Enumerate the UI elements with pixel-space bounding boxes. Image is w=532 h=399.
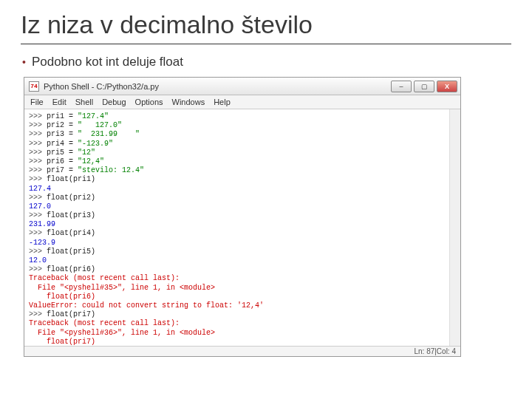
shell-line: >>> pri7 = "stevilo: 12.4" xyxy=(29,166,456,175)
menu-debug[interactable]: Debug xyxy=(102,98,126,106)
scrollbar[interactable] xyxy=(449,109,460,346)
shell-line: File "<pyshell#36>", line 1, in <module> xyxy=(29,329,456,338)
slide: Iz niza v decimalno število •Podobno kot… xyxy=(0,0,532,357)
shell-line: >>> float(pri6) xyxy=(29,265,456,274)
slide-title: Iz niza v decimalno število xyxy=(21,10,511,44)
minimize-button[interactable]: – xyxy=(391,81,412,92)
shell-line: 127.4 xyxy=(29,185,456,194)
shell-line: >>> float(pri4) xyxy=(29,229,456,238)
menu-edit[interactable]: Edit xyxy=(52,98,66,106)
shell-output[interactable]: >>> pri1 = "127.4">>> pri2 = " 127.0">>>… xyxy=(24,109,460,346)
shell-line: >>> pri1 = "127.4" xyxy=(29,112,456,121)
shell-line: >>> pri4 = "-123.9" xyxy=(29,140,456,149)
shell-line: >>> pri2 = " 127.0" xyxy=(29,121,456,130)
menubar: File Edit Shell Debug Options Windows He… xyxy=(24,95,460,109)
bullet-text: Podobno kot int deluje float xyxy=(32,55,183,69)
menu-help[interactable]: Help xyxy=(214,98,231,106)
shell-line: -123.9 xyxy=(29,239,456,248)
shell-line: File "<pyshell#35>", line 1, in <module> xyxy=(29,284,456,293)
shell-line: >>> pri5 = "12" xyxy=(29,149,456,157)
shell-line: float(pri7) xyxy=(29,338,456,346)
python-shell-window: 74 Python Shell - C:/Python32/a.py – ▢ X… xyxy=(24,77,461,357)
menu-file[interactable]: File xyxy=(30,98,44,106)
cursor-position: Ln: 87|Col: 4 xyxy=(414,347,456,355)
bullet-item: •Podobno kot int deluje float xyxy=(21,55,511,69)
window-buttons: – ▢ X xyxy=(391,81,457,92)
shell-line: >>> pri6 = "12,4" xyxy=(29,157,456,166)
shell-line: float(pri6) xyxy=(29,293,456,301)
shell-line: >>> float(pri7) xyxy=(29,310,456,319)
window-title: Python Shell - C:/Python32/a.py xyxy=(44,82,391,91)
shell-line: 12.0 xyxy=(29,256,456,265)
bullet-icon: • xyxy=(22,56,26,68)
shell-line: Traceback (most recent call last): xyxy=(29,274,456,283)
shell-line: >>> float(pri5) xyxy=(29,248,456,256)
titlebar[interactable]: 74 Python Shell - C:/Python32/a.py – ▢ X xyxy=(24,78,460,95)
menu-options[interactable]: Options xyxy=(135,98,163,106)
shell-line: >>> pri3 = " 231.99 " xyxy=(29,130,456,139)
statusbar: Ln: 87|Col: 4 xyxy=(24,346,460,356)
menu-windows[interactable]: Windows xyxy=(172,98,205,106)
menu-shell[interactable]: Shell xyxy=(75,98,93,106)
shell-line: ValueError: could not convert string to … xyxy=(29,301,456,310)
shell-line: >>> float(pri3) xyxy=(29,211,456,220)
shell-line: >>> float(pri2) xyxy=(29,194,456,202)
shell-line: Traceback (most recent call last): xyxy=(29,319,456,328)
shell-line: 127.0 xyxy=(29,202,456,211)
app-icon: 74 xyxy=(29,81,39,92)
close-button[interactable]: X xyxy=(437,81,457,92)
shell-line: >>> float(pri1) xyxy=(29,175,456,184)
shell-line: 231.99 xyxy=(29,220,456,229)
maximize-button[interactable]: ▢ xyxy=(414,81,434,92)
